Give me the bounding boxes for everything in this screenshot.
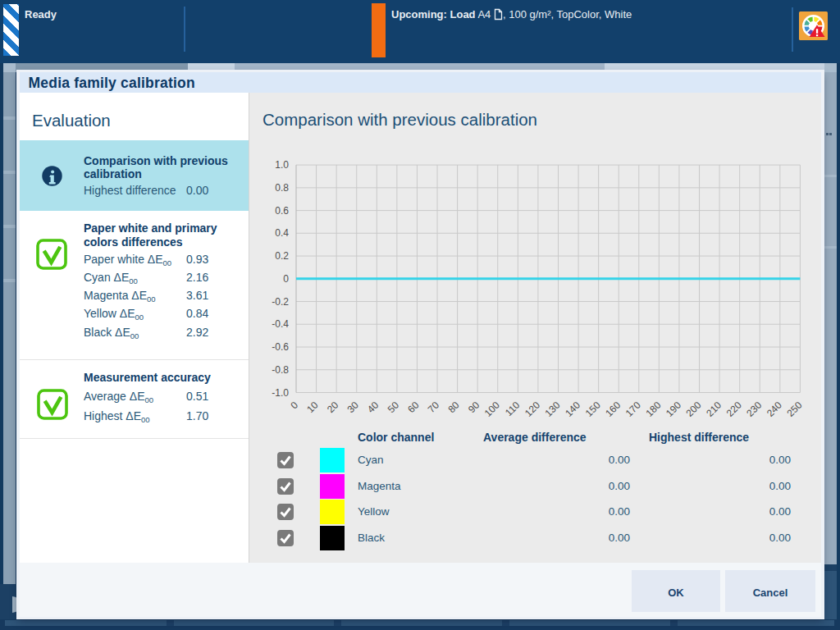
svg-text:0.8: 0.8 [275, 182, 289, 194]
svg-text:40: 40 [365, 399, 381, 415]
svg-text:10: 10 [304, 399, 321, 415]
svg-text:210: 210 [704, 399, 724, 418]
svg-text:160: 160 [603, 399, 623, 418]
svg-text:150: 150 [583, 399, 603, 418]
svg-text:20: 20 [325, 399, 341, 415]
svg-text:-0.4: -0.4 [272, 318, 289, 330]
svg-text:220: 220 [724, 399, 744, 418]
svg-text:110: 110 [503, 399, 523, 418]
svg-text:0.2: 0.2 [275, 250, 289, 262]
svg-text:190: 190 [664, 399, 683, 418]
svg-text:200: 200 [684, 399, 704, 418]
svg-text:240: 240 [765, 399, 784, 418]
svg-text:30: 30 [345, 399, 362, 415]
svg-text:1.0: 1.0 [275, 159, 289, 171]
svg-text:0.6: 0.6 [275, 205, 289, 217]
svg-text:0: 0 [283, 273, 289, 285]
svg-text:-1.0: -1.0 [272, 387, 289, 399]
svg-text:130: 130 [543, 399, 563, 418]
svg-text:100: 100 [482, 399, 502, 418]
svg-text:0: 0 [288, 399, 300, 412]
svg-text:0.4: 0.4 [275, 227, 289, 239]
svg-text:50: 50 [386, 399, 402, 415]
svg-text:250: 250 [784, 399, 804, 418]
svg-text:-0.6: -0.6 [272, 341, 289, 353]
svg-text:70: 70 [426, 399, 442, 415]
svg-text:120: 120 [523, 399, 542, 418]
svg-text:-0.8: -0.8 [272, 364, 289, 376]
svg-text:80: 80 [445, 399, 462, 415]
svg-text:230: 230 [744, 399, 764, 418]
svg-text:90: 90 [466, 399, 482, 415]
svg-text:140: 140 [563, 399, 582, 418]
svg-text:60: 60 [405, 399, 422, 415]
svg-text:170: 170 [623, 399, 643, 418]
svg-text:-0.2: -0.2 [272, 296, 289, 308]
svg-text:180: 180 [643, 399, 663, 418]
